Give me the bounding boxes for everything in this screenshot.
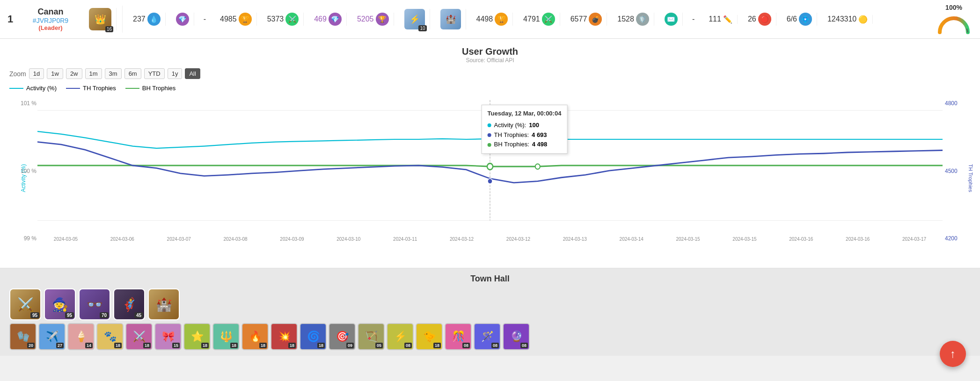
y-axis-right: 4800 4500 4200 bbox=[945, 100, 971, 242]
th-dot bbox=[488, 179, 492, 184]
mail-icon: ✉️ bbox=[665, 13, 678, 26]
bh-dot bbox=[487, 164, 493, 170]
gem-icon: 💎 bbox=[176, 13, 189, 26]
stat-gold: 1243310 🟡 bbox=[823, 15, 873, 24]
stat-th-trophy: 4985 🏆 bbox=[215, 13, 257, 26]
player-name: Canan bbox=[37, 7, 63, 17]
legend-line-green bbox=[125, 88, 139, 89]
item-5: 🎀15 bbox=[154, 323, 182, 350]
player-tag[interactable]: #JVRJP0R9 bbox=[33, 17, 68, 24]
item-level-17: 08 bbox=[520, 343, 528, 348]
zoom-1d[interactable]: 1d bbox=[29, 68, 44, 79]
mail-block: ✉️ bbox=[660, 13, 683, 26]
y-axis-left: 101 % 100 % 99 % bbox=[13, 100, 37, 242]
zoom-ytd[interactable]: YTD bbox=[144, 68, 165, 79]
zoom-1m[interactable]: 1m bbox=[85, 68, 102, 79]
chart-svg bbox=[37, 100, 943, 231]
item-7: 🔱18 bbox=[212, 323, 240, 350]
stat-4791: 4791 ⚔️ bbox=[519, 13, 560, 26]
item-level-9: 18 bbox=[288, 343, 296, 348]
zoom-1y[interactable]: 1y bbox=[168, 68, 183, 79]
sep-dash-1: - bbox=[200, 15, 210, 23]
val-5205: 5205 bbox=[357, 15, 374, 23]
y-right-4200: 4200 bbox=[945, 235, 971, 242]
item-level-8: 18 bbox=[259, 343, 267, 348]
player-name-block: Canan #JVRJP0R9 (Leader) bbox=[22, 7, 79, 31]
bh-icon-block: 🏰 bbox=[436, 9, 466, 29]
zoom-3m[interactable]: 3m bbox=[105, 68, 122, 79]
gauge-container bbox=[935, 11, 973, 35]
gauge-label: 100% bbox=[945, 4, 962, 11]
zoom-2w[interactable]: 2w bbox=[66, 68, 82, 79]
y-right-4500: 4500 bbox=[945, 168, 971, 174]
char-icon-1: 🧙 95 bbox=[44, 288, 76, 320]
item-level-5: 15 bbox=[172, 343, 180, 348]
zoom-1w[interactable]: 1w bbox=[47, 68, 63, 79]
item-9: 💥18 bbox=[271, 323, 298, 350]
item-level-16: 08 bbox=[491, 343, 499, 348]
val-1243310: 1243310 bbox=[827, 15, 856, 23]
item-0: 🧤20 bbox=[9, 323, 37, 350]
char-icon-3: 🦸 45 bbox=[113, 288, 145, 320]
legend-label-th: TH Trophies bbox=[83, 85, 116, 92]
legend-th: TH Trophies bbox=[66, 85, 116, 92]
item-level-6: 18 bbox=[201, 343, 209, 348]
char-icon-0: ⚔️ 95 bbox=[9, 288, 41, 320]
stat-6577: 6577 💣 bbox=[566, 13, 607, 26]
item-4: ⚔️18 bbox=[125, 323, 153, 350]
th-section-title: Town Hall bbox=[9, 274, 971, 284]
item-2: 🍦14 bbox=[67, 323, 95, 350]
stat-5205: 5205 🏆 bbox=[352, 13, 394, 26]
player-rank: 1 bbox=[7, 13, 17, 25]
stat-attack: 5373 ⚔️ bbox=[263, 13, 304, 26]
chart-wrapper: Tuesday, 12 Mar, 00:00:04 Activity (%): … bbox=[37, 100, 943, 231]
player-row: 1 Canan #JVRJP0R9 (Leader) 👑 16 237 💧 💎 … bbox=[0, 0, 980, 39]
chart-title: User Growth bbox=[9, 46, 971, 57]
th-section: Town Hall ⚔️ 95 🧙 95 👓 70 🦸 45 🏰 🧤20 ✈️2… bbox=[0, 268, 980, 356]
item-level-12: 05 bbox=[375, 343, 383, 348]
scroll-to-top-button[interactable]: ↑ bbox=[940, 341, 966, 367]
character-icons-row: ⚔️ 95 🧙 95 👓 70 🦸 45 🏰 bbox=[9, 288, 971, 320]
activity-dot bbox=[488, 136, 492, 141]
item-level-0: 20 bbox=[27, 343, 35, 348]
item-level-10: 18 bbox=[317, 343, 325, 348]
trophy-gold-1: 🏆 bbox=[239, 13, 252, 26]
val-111: 111 bbox=[709, 15, 721, 23]
stat-111: 111 ✏️ bbox=[704, 15, 738, 24]
zoom-6m[interactable]: 6m bbox=[124, 68, 141, 79]
stat-trophies-1: 237 💧 bbox=[128, 13, 166, 26]
chart-source: Source: Official API bbox=[9, 57, 971, 64]
val-4791: 4791 bbox=[523, 15, 540, 23]
zoom-label: Zoom bbox=[9, 70, 26, 78]
sep-dash-2: - bbox=[688, 15, 698, 23]
legend-label-activity: Activity (%) bbox=[26, 85, 57, 92]
item-level-14: 18 bbox=[433, 343, 441, 348]
diamond-icon: 💠 bbox=[799, 13, 812, 26]
trophy-gold-2: 🏆 bbox=[495, 13, 508, 26]
player-role: (Leader) bbox=[38, 24, 62, 31]
item-6: ⭐18 bbox=[183, 323, 211, 350]
th-icon-block: 👑 16 bbox=[84, 8, 117, 30]
stat-val-237: 237 bbox=[133, 15, 146, 23]
y-label-100: 100 % bbox=[13, 168, 37, 174]
item-level-7: 18 bbox=[230, 343, 238, 348]
coin-icon: 🟡 bbox=[858, 15, 868, 24]
gem-icon-2: 💎 bbox=[329, 13, 342, 26]
val-1528: 1528 bbox=[617, 15, 634, 23]
item-level-3: 18 bbox=[114, 343, 122, 348]
stat-469: 469 💎 bbox=[309, 13, 347, 26]
legend-line-cyan bbox=[9, 88, 23, 89]
bh-dot-2 bbox=[535, 164, 540, 169]
item-12: 🏹05 bbox=[358, 323, 385, 350]
red-icon: 🔴 bbox=[758, 13, 771, 26]
item-17: 🔮08 bbox=[503, 323, 530, 350]
zoom-all[interactable]: All bbox=[185, 68, 200, 79]
item-level-4: 18 bbox=[143, 343, 151, 348]
chart-section: User Growth Source: Official API Zoom 1d… bbox=[0, 39, 980, 268]
stat-1528: 1528 🛡️ bbox=[613, 13, 654, 26]
activity-icon: ⚡ 10 bbox=[404, 9, 425, 29]
legend-label-bh: BH Trophies bbox=[142, 85, 176, 92]
bomb-icon: 💣 bbox=[589, 13, 602, 26]
char-level-1: 95 bbox=[65, 312, 74, 318]
char-level-2: 70 bbox=[100, 312, 109, 318]
